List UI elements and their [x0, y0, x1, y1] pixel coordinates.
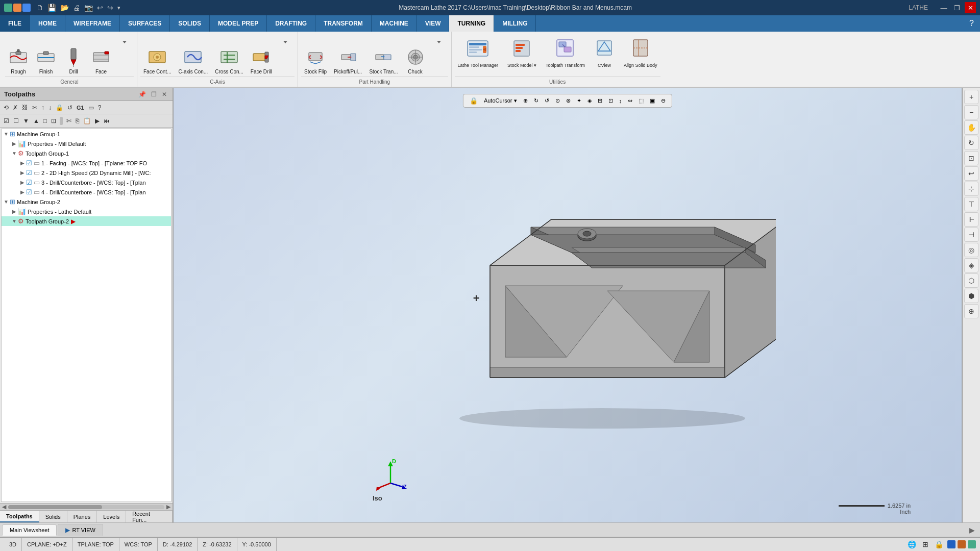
- cursor-tool-4[interactable]: ⊙: [553, 96, 562, 105]
- toolbar-cut[interactable]: ✄: [65, 116, 73, 126]
- rt-zoom-out[interactable]: −: [964, 105, 978, 119]
- status-color3[interactable]: [968, 540, 976, 548]
- toolbar-up[interactable]: ▲: [32, 116, 41, 126]
- tree-op-1[interactable]: ▶ ☑ ▭ 1 - Facing - [WCS: Top] - [Tplane:…: [2, 158, 171, 168]
- panel-scrollbar[interactable]: ◀ ▶: [0, 503, 173, 510]
- expand-mg2[interactable]: ▼: [3, 199, 10, 205]
- panel-tab-toolpaths[interactable]: Toolpaths: [0, 511, 39, 522]
- toolpath-transform-button[interactable]: Toolpath Transform: [543, 34, 588, 70]
- toolbar-expand[interactable]: □: [42, 116, 48, 126]
- panel-scroll-thumb[interactable]: [8, 505, 102, 509]
- stock-model-button[interactable]: Stock Model ▾: [504, 34, 540, 70]
- expand-op2[interactable]: ▶: [19, 170, 26, 176]
- open-button[interactable]: 📂: [59, 4, 70, 12]
- lathe-tool-mgr-button[interactable]: Lathe Tool Manager: [455, 34, 501, 70]
- general-dropdown-button[interactable]: [115, 36, 134, 48]
- status-lock-icon[interactable]: 🔒: [933, 539, 945, 549]
- rt-zoom-in[interactable]: +: [964, 90, 978, 104]
- align-solid-body-button[interactable]: Align Solid Body: [621, 34, 660, 70]
- tab-home[interactable]: HOME: [30, 15, 65, 32]
- viewsheet-rtview-tab[interactable]: ▶ RT VIEW: [58, 524, 103, 536]
- tab-surfaces[interactable]: SURFACES: [120, 15, 170, 32]
- status-globe-icon[interactable]: 🌐: [905, 539, 918, 549]
- cursor-tool-10[interactable]: ↕: [617, 97, 624, 105]
- pickoff-button[interactable]: Pickoff/Pul...: [331, 45, 365, 77]
- print-button[interactable]: 🖨: [71, 4, 82, 12]
- toolbar-uncheck[interactable]: ☐: [12, 116, 20, 126]
- rt-rotate[interactable]: ↻: [964, 136, 978, 150]
- tab-milling[interactable]: MILLING: [494, 15, 536, 32]
- toolbar-blank[interactable]: ▭: [87, 103, 95, 112]
- tab-drafting[interactable]: DRAFTING: [267, 15, 315, 32]
- panel-tab-solids[interactable]: Solids: [39, 511, 67, 522]
- cursor-tool-6[interactable]: ✦: [575, 96, 583, 105]
- stock-tran-button[interactable]: Stock Tran...: [366, 45, 401, 77]
- tree-op-3[interactable]: ▶ ☑ ▭ 3 - Drill/Counterbore - [WCS: Top]…: [2, 178, 171, 187]
- rt-misc1[interactable]: ◎: [964, 243, 978, 257]
- save-button[interactable]: 💾: [46, 4, 58, 12]
- rt-pan[interactable]: ✋: [964, 120, 978, 135]
- tree-machine-group-1[interactable]: ▼ ⊞ Machine Group-1: [2, 129, 171, 139]
- tab-turning[interactable]: TURNING: [449, 15, 494, 32]
- tree-op-4[interactable]: ▶ ☑ ▭ 4 - Drill/Counterbore - [WCS: Top]…: [2, 187, 171, 197]
- drill-button[interactable]: Drill: [60, 45, 87, 77]
- minimize-button[interactable]: —: [938, 2, 949, 13]
- rt-back[interactable]: ↩: [964, 166, 978, 181]
- tab-wireframe[interactable]: WIREFRAME: [65, 15, 120, 32]
- tree-machine-group-2[interactable]: ▼ ⊞ Machine Group-2: [2, 197, 171, 207]
- toolbar-move-up[interactable]: ↑: [40, 103, 46, 112]
- cursor-tool-11[interactable]: ⇔: [626, 96, 634, 105]
- cursor-tool-13[interactable]: ▣: [648, 96, 657, 105]
- rt-top[interactable]: ⊤: [964, 197, 978, 211]
- tab-transform[interactable]: TRANSFORM: [315, 15, 372, 32]
- extra-dropdown[interactable]: ▾: [116, 5, 122, 11]
- rt-fit[interactable]: ⊡: [964, 151, 978, 165]
- cursor-tool-8[interactable]: ⊞: [596, 96, 604, 105]
- tab-modelprep[interactable]: MODEL PREP: [210, 15, 267, 32]
- toolbar-g1[interactable]: G1: [75, 104, 86, 112]
- cursor-tool-1[interactable]: ⊕: [521, 96, 530, 105]
- toolbar-check-all[interactable]: ☑: [2, 116, 11, 126]
- caxis-dropdown-button[interactable]: [276, 36, 295, 48]
- redo-button[interactable]: ↪: [106, 4, 115, 12]
- expand-op4[interactable]: ▶: [19, 189, 26, 195]
- viewsheet-main-tab[interactable]: Main Viewsheet: [2, 524, 57, 536]
- toolbar-select-chain[interactable]: ⛓: [20, 103, 30, 112]
- autocursor-dropdown[interactable]: AutoCursor ▾: [482, 96, 519, 105]
- help-button[interactable]: ?: [963, 15, 980, 32]
- bottom-tabs-scroll[interactable]: ▶: [966, 526, 978, 534]
- cursor-tool-5[interactable]: ⊗: [564, 96, 573, 105]
- rt-front[interactable]: ⊩: [964, 212, 978, 227]
- toolbar-verify[interactable]: ⏮: [102, 116, 111, 126]
- rt-iso[interactable]: ⊹: [964, 182, 978, 196]
- panel-close-button[interactable]: ✕: [160, 90, 168, 98]
- caxis-cont-button[interactable]: C-axis Con...: [175, 45, 211, 77]
- toolbar-regen[interactable]: ↺: [66, 103, 74, 112]
- scroll-right-arrow[interactable]: ▶: [166, 504, 170, 510]
- status-grid-icon[interactable]: ⊞: [920, 539, 930, 549]
- expand-op3[interactable]: ▶: [19, 180, 26, 185]
- scroll-left-arrow[interactable]: ◀: [2, 504, 6, 510]
- cursor-tool-7[interactable]: ◈: [585, 96, 594, 105]
- toolbar-filter[interactable]: ▼: [21, 116, 31, 126]
- cursor-tool-14[interactable]: ⊖: [659, 96, 668, 105]
- status-color1[interactable]: [947, 540, 955, 548]
- stock-flip-button[interactable]: Stock Flip: [301, 45, 330, 77]
- toolbar-help[interactable]: ?: [96, 103, 103, 112]
- tree-props-mill[interactable]: ▶ 📊 Properties - Mill Default: [2, 139, 171, 148]
- toolbar-deselect[interactable]: ✗: [11, 103, 19, 112]
- viewport[interactable]: 🔒 AutoCursor ▾ ⊕ ↻ ↺ ⊙ ⊗ ✦ ◈ ⊞ ⊡ ↕ ⇔ ⬚ ▣…: [174, 88, 962, 522]
- screenshot-button[interactable]: 📷: [83, 4, 94, 12]
- toolbar-lock[interactable]: 🔒: [54, 103, 65, 112]
- panel-scroll-track[interactable]: [8, 505, 164, 509]
- tree-op-2[interactable]: ▶ ☑ ▭ 2 - 2D High Speed (2D Dynamic Mill…: [2, 168, 171, 178]
- status-color2[interactable]: [958, 540, 966, 548]
- expand-props-lathe[interactable]: ▶: [11, 209, 18, 214]
- close-button[interactable]: ✕: [965, 2, 976, 13]
- expand-props-mill[interactable]: ▶: [11, 141, 18, 146]
- rt-misc4[interactable]: ⬢: [964, 289, 978, 303]
- toolbar-paste[interactable]: 📋: [82, 116, 92, 126]
- toolbar-delete[interactable]: ✂: [31, 103, 39, 112]
- tab-machine[interactable]: MACHINE: [372, 15, 417, 32]
- face-drill-button[interactable]: Face Drill: [248, 45, 275, 77]
